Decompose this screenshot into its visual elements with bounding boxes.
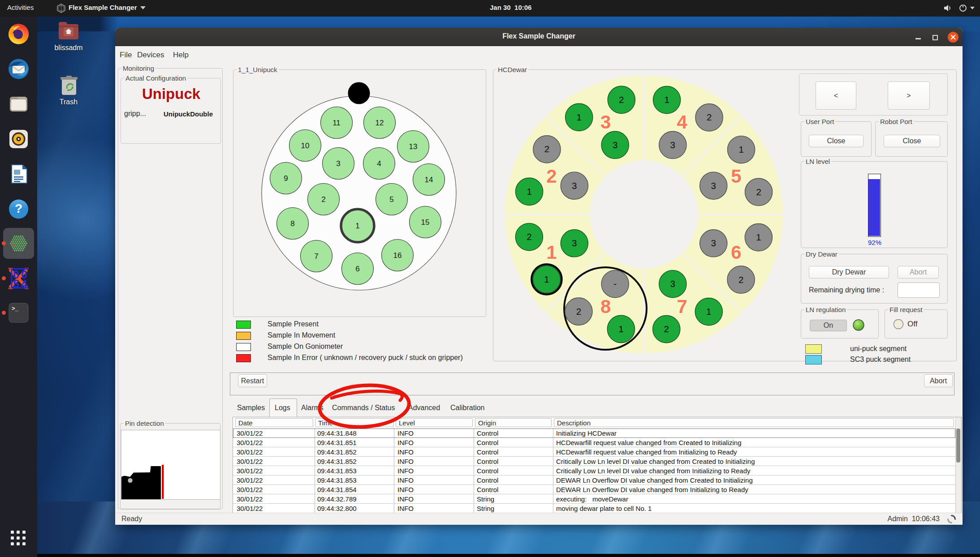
svg-text:3: 3: [572, 238, 577, 248]
svg-text:1: 1: [756, 232, 761, 242]
svg-text:?: ?: [15, 201, 22, 215]
svg-text:4: 4: [21, 278, 27, 289]
svg-text:2: 2: [527, 231, 531, 242]
svg-text:4: 4: [677, 111, 688, 133]
svg-text:12: 12: [376, 119, 384, 127]
svg-text:3: 3: [711, 180, 716, 191]
svg-text:8: 8: [600, 296, 611, 317]
svg-text:2: 2: [546, 166, 557, 187]
svg-text:9: 9: [284, 174, 288, 183]
svg-text:1: 1: [576, 112, 581, 122]
svg-text:1: 1: [355, 222, 359, 230]
svg-text:3: 3: [572, 180, 577, 191]
svg-text:7: 7: [314, 252, 318, 261]
svg-text:7: 7: [677, 296, 687, 317]
svg-text:14: 14: [425, 176, 433, 184]
svg-text:4: 4: [377, 159, 381, 168]
svg-text:11: 11: [332, 119, 341, 127]
svg-text:15: 15: [421, 218, 430, 227]
svg-text:3: 3: [600, 111, 611, 133]
svg-text:2: 2: [544, 144, 549, 154]
svg-text:13: 13: [409, 142, 418, 151]
svg-text:3: 3: [670, 278, 675, 289]
svg-text:1: 1: [546, 242, 557, 263]
svg-text:6: 6: [731, 242, 741, 263]
svg-text:1: 1: [738, 144, 743, 154]
svg-text:3: 3: [336, 159, 340, 168]
svg-text:5: 5: [389, 195, 393, 204]
svg-text:1: 1: [544, 274, 549, 284]
svg-text:6: 6: [355, 265, 359, 273]
svg-text:2: 2: [756, 187, 761, 197]
svg-text:1: 1: [664, 94, 669, 105]
svg-text:2: 2: [321, 195, 325, 204]
svg-text:5: 5: [13, 278, 19, 289]
svg-text:3: 3: [670, 140, 675, 150]
svg-text:3: 3: [613, 140, 617, 150]
svg-text:2: 2: [576, 306, 581, 317]
svg-text:2: 2: [707, 112, 712, 122]
svg-text:2: 2: [738, 274, 743, 285]
svg-text:>_: >_: [12, 305, 19, 312]
svg-text:1: 1: [527, 186, 531, 197]
svg-text:1: 1: [618, 324, 623, 334]
svg-text:1: 1: [706, 306, 711, 317]
svg-text:8: 8: [290, 219, 294, 228]
svg-text:3: 3: [711, 238, 716, 248]
svg-text:5: 5: [731, 166, 741, 187]
svg-text:10: 10: [301, 141, 310, 150]
svg-text:2: 2: [619, 94, 624, 105]
svg-text:-: -: [613, 278, 617, 289]
svg-text:2: 2: [664, 324, 669, 334]
svg-text:16: 16: [393, 251, 402, 260]
